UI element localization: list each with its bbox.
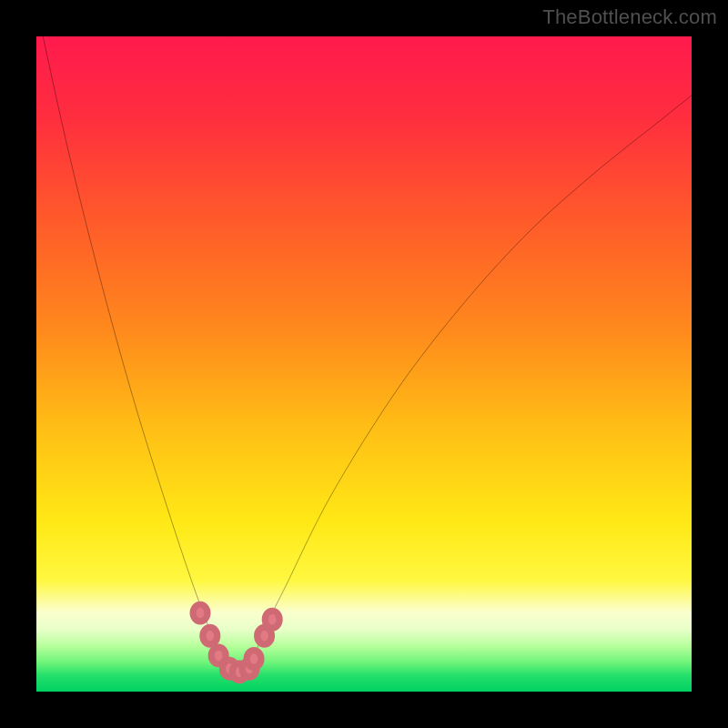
trough-marker	[265, 611, 279, 628]
watermark-text: TheBottleneck.com	[542, 5, 717, 29]
trough-marker	[193, 604, 207, 622]
plot-area	[36, 36, 692, 692]
chart-frame: TheBottleneck.com	[0, 0, 728, 728]
bottleneck-curve-path	[43, 36, 692, 675]
trough-marker	[203, 627, 217, 644]
curve-layer	[36, 36, 692, 692]
trough-markers	[193, 604, 279, 681]
trough-marker	[247, 651, 261, 668]
